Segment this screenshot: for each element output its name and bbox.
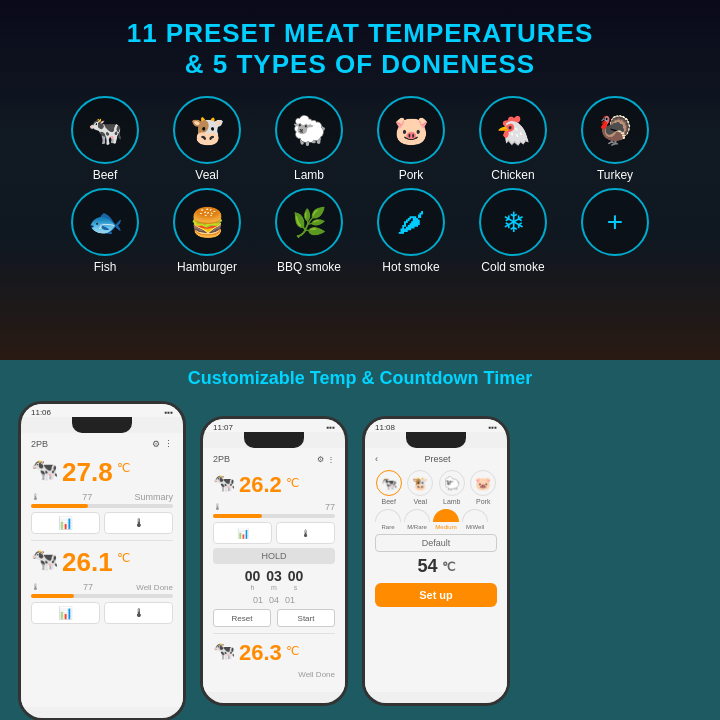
doneness-mwell[interactable]: M/Well [462, 509, 488, 530]
meat-icons-grid: 🐄 Beef 🐮 Veal 🐑 Lamb 🐷 Pork 🐔 Chicken 🦃 [20, 96, 700, 274]
phone1-btn-row2: 📊 🌡 [31, 602, 173, 624]
phone3-notch [406, 432, 466, 448]
phone3-temp-value: 54 [417, 556, 437, 577]
phone2-reset-button[interactable]: Reset [213, 609, 271, 627]
pork-icon: 🐷 [377, 96, 445, 164]
hamburger-label: Hamburger [177, 260, 237, 274]
phone2-btn-graph[interactable]: 📊 [213, 522, 272, 544]
doneness-rare[interactable]: Rare [375, 509, 401, 530]
phone3-temp-unit: ℃ [442, 560, 455, 574]
phone2-btn-row: 📊 🌡 [213, 522, 335, 544]
meat-add[interactable]: + _ [570, 188, 660, 274]
bottom-subtitle: Customizable Temp & Countdown Timer [0, 360, 720, 401]
phone1-btn-thermo[interactable]: 🌡 [104, 512, 173, 534]
preset-pork[interactable]: 🐷 Pork [470, 470, 498, 505]
meat-beef: 🐄 Beef [60, 96, 150, 182]
meats-row-2: 🐟 Fish 🍔 Hamburger 🌿 BBQ smoke 🌶 Hot smo… [20, 188, 700, 274]
phone3-default-button[interactable]: Default [375, 534, 497, 552]
fish-label: Fish [94, 260, 117, 274]
phone2-divider [213, 633, 335, 634]
lamb-label: Lamb [294, 168, 324, 182]
phone2-btn-thermo[interactable]: 🌡 [276, 522, 335, 544]
phone2-probe1-setrow: 🌡 77 [213, 502, 335, 512]
preset-veal-icon: 🐮 [407, 470, 433, 496]
phone2-probe1-icon: 🐄 [213, 472, 235, 494]
phone3-signal: ▪▪▪ [488, 423, 497, 432]
phone1-header: 2PB ⚙⋮ [31, 439, 173, 449]
phone2-time: 11:07 [213, 423, 233, 432]
phone1-signal: ▪▪▪ [164, 408, 173, 417]
phone1-probe2-temp: 26.1 [62, 547, 113, 578]
preset-veal[interactable]: 🐮 Veal [407, 470, 435, 505]
phone1-probe2-setrow: 🌡 77 Well Done [31, 582, 173, 592]
rare-arc [375, 509, 401, 522]
phone3-temp-input-row: 54 ℃ [375, 556, 497, 577]
turkey-label: Turkey [597, 168, 633, 182]
phone3-preset-header: ‹ Preset [375, 454, 497, 464]
fish-icon: 🐟 [71, 188, 139, 256]
preset-lamb-icon: 🐑 [439, 470, 465, 496]
phone3-status-bar: 11:08 ▪▪▪ [365, 419, 507, 432]
doneness-medium[interactable]: Medium [433, 509, 459, 530]
phone1-btn-thermo2[interactable]: 🌡 [104, 602, 173, 624]
bbq-smoke-label: BBQ smoke [277, 260, 341, 274]
veal-icon: 🐮 [173, 96, 241, 164]
preset-beef-icon: 🐄 [376, 470, 402, 496]
phone1-probe2-reading: 🐄 26.1 ℃ [31, 547, 173, 578]
phone3-preset-grid: 🐄 Beef 🐮 Veal 🐑 Lamb 🐷 [375, 470, 497, 505]
phone2-probe2-icon: 🐄 [213, 640, 235, 662]
phone1-time: 11:06 [31, 408, 51, 417]
page-title: 11 PRESET MEAT TEMPERATURES & 5 TYPES OF… [20, 18, 700, 80]
meat-bbq-smoke: 🌿 BBQ smoke [264, 188, 354, 274]
phone2-hold-button[interactable]: HOLD [213, 548, 335, 564]
doneness-mrare[interactable]: M/Rare [404, 509, 430, 530]
phone1-thermo-icon: 🌡 [31, 492, 40, 502]
cold-smoke-label: Cold smoke [481, 260, 544, 274]
phone2-signal: ▪▪▪ [326, 423, 335, 432]
preset-pork-icon: 🐷 [470, 470, 496, 496]
phone1-btn-graph[interactable]: 📊 [31, 512, 100, 534]
phone1-slider2[interactable] [31, 594, 173, 598]
meats-row-1: 🐄 Beef 🐮 Veal 🐑 Lamb 🐷 Pork 🐔 Chicken 🦃 [20, 96, 700, 182]
phone3-time: 11:08 [375, 423, 395, 432]
meat-veal: 🐮 Veal [162, 96, 252, 182]
phone1-probe1-temp: 27.8 [62, 457, 113, 488]
phone1-notch [72, 417, 132, 433]
phone1-probe1-setrow: 🌡 77 Summary [31, 492, 173, 502]
meat-hamburger: 🍔 Hamburger [162, 188, 252, 274]
chicken-label: Chicken [491, 168, 534, 182]
phone2-start-button[interactable]: Start [277, 609, 335, 627]
phone2-notch [244, 432, 304, 448]
phone2-timer-m: 03 m [266, 568, 282, 591]
phone3-setup-button[interactable]: Set up [375, 583, 497, 607]
hot-smoke-icon: 🌶 [377, 188, 445, 256]
phone1-slider1[interactable] [31, 504, 173, 508]
cold-smoke-icon: ❄ [479, 188, 547, 256]
preset-lamb[interactable]: 🐑 Lamb [438, 470, 466, 505]
phone3-preset-title: Preset [424, 454, 450, 464]
pork-label: Pork [399, 168, 424, 182]
meat-cold-smoke: ❄ Cold smoke [468, 188, 558, 274]
phone2-timer2: 01 04 01 [213, 595, 335, 605]
phone1-probe2-icon: 🐄 [31, 547, 58, 573]
phone-3: 11:08 ▪▪▪ ‹ Preset 🐄 Beef [362, 416, 510, 706]
phone1-btn-graph2[interactable]: 📊 [31, 602, 100, 624]
phone1-thermo2-icon: 🌡 [31, 582, 40, 592]
phone1-probe1-unit: ℃ [117, 461, 130, 475]
preset-beef[interactable]: 🐄 Beef [375, 470, 403, 505]
meat-hot-smoke: 🌶 Hot smoke [366, 188, 456, 274]
bbq-smoke-icon: 🌿 [275, 188, 343, 256]
phone2-probe1-temp: 26.2 [239, 472, 282, 498]
phone2-label: 2PB [213, 454, 230, 464]
phone3-back-icon[interactable]: ‹ [375, 454, 378, 464]
phone2-timer-actions: Reset Start [213, 609, 335, 627]
phone2-slider[interactable] [213, 514, 335, 518]
phone1-probe2-unit: ℃ [117, 551, 130, 565]
phone-1: 11:06 ▪▪▪ 2PB ⚙⋮ 🐄 27.8 ℃ [18, 401, 186, 720]
phone1-btn-row1: 📊 🌡 [31, 512, 173, 534]
mrare-arc [404, 509, 430, 522]
phone2-probe1-reading: 🐄 26.2 ℃ [213, 472, 335, 498]
phone2-probe2-unit: ℃ [286, 644, 299, 658]
medium-arc [433, 509, 459, 522]
phone1-probe1-reading: 🐄 27.8 ℃ [31, 457, 173, 488]
